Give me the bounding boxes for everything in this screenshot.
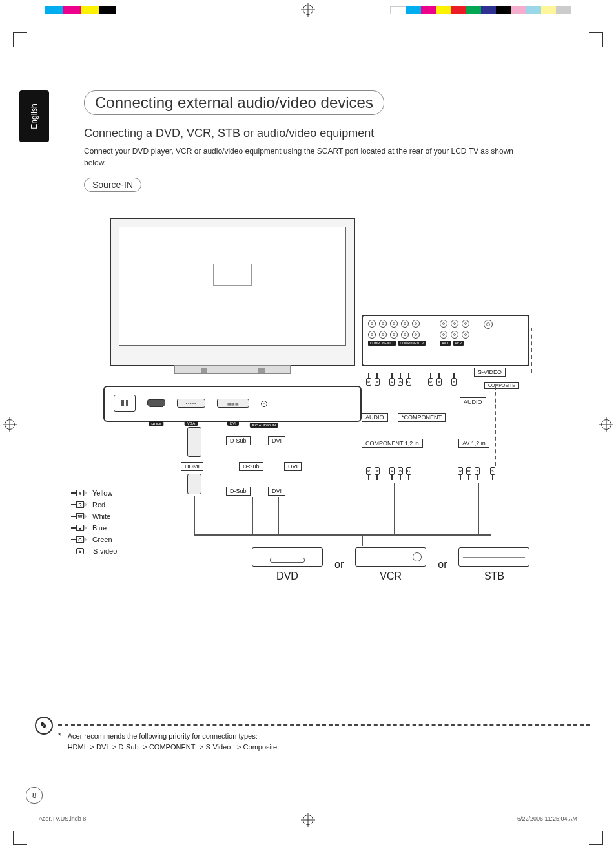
rca-component-bottom: R B G — [389, 467, 412, 480]
cable-line — [362, 534, 491, 536]
footnote-line2: HDMI -> DVI -> D-Sub -> COMPONENT -> S-V… — [68, 742, 280, 753]
legend-label: Yellow — [92, 489, 112, 497]
hdmi-connector-label: HDMI — [181, 462, 203, 471]
registration-mark-icon — [3, 417, 17, 432]
legend-label: White — [92, 512, 110, 520]
av-jack-grid: AV 1 AV 2 — [440, 320, 469, 361]
color-legend: Y Yellow R Red W White B Blue G Green S … — [71, 489, 117, 559]
language-tab: English — [19, 90, 49, 142]
legend-label: Red — [92, 501, 105, 508]
hdmi-plug-icon — [187, 474, 201, 494]
cable-line — [194, 496, 195, 534]
side-av-panel: COMPONENT 1 COMPONENT 2 AV 1 AV 2 — [362, 315, 529, 366]
cable-line-dashed — [531, 328, 532, 373]
source-devices-row: DVD or VCR or STB — [252, 547, 529, 582]
tv-rear-illustration — [110, 218, 355, 366]
cable-line — [394, 483, 395, 536]
rca-audio-bottom: R W — [365, 467, 380, 480]
svideo-label: S-VIDEO — [474, 368, 506, 377]
color-bar-right — [390, 6, 571, 14]
dsub-connector-label: D-Sub — [226, 436, 251, 445]
component12-label: COMPONENT 1,2 in — [362, 439, 423, 448]
slugline: Acer.TV.US.indb 8 6/22/2006 11:25:04 AM — [39, 815, 577, 822]
page-title: Connecting external audio/video devices — [84, 90, 384, 115]
dsub-connector-label: D-Sub — [226, 487, 251, 496]
cable-line — [278, 497, 279, 536]
rca-audio-top: R W — [365, 373, 380, 386]
component-jack-grid: COMPONENT 1 COMPONENT 2 — [368, 320, 426, 361]
page-content: English Connecting external audio/video … — [26, 39, 590, 830]
cable-line — [252, 497, 253, 536]
vcr-device: VCR — [355, 547, 426, 582]
intro-paragraph: Connect your DVD player, VCR or audio/vi… — [84, 145, 536, 169]
component-star-label: *COMPONENT — [398, 413, 446, 422]
slug-timestamp: 6/22/2006 11:25:04 AM — [517, 815, 577, 822]
hdmi-port-icon: HDMI — [147, 399, 165, 408]
stb-device: STB — [458, 547, 529, 582]
dvi-connector-label: DVI — [268, 487, 285, 496]
rca-av-audio-top: R W — [427, 373, 442, 386]
hdmi-plug-icon — [187, 427, 201, 457]
dvd-device: DVD — [252, 547, 323, 582]
legend-item: S S-video — [71, 547, 117, 555]
svideo-plug-bottom: S — [489, 467, 496, 480]
rca-composite-top: Y — [451, 373, 457, 386]
dvi-port-icon: DVI — [217, 399, 249, 409]
color-bar-left — [45, 6, 116, 14]
note-icon: ✎ — [35, 717, 53, 735]
dvi-connector-label: DVI — [268, 436, 285, 445]
vga-port-icon: VGA — [177, 399, 205, 409]
legend-item: G Green — [71, 536, 117, 543]
page-number: 8 — [26, 787, 43, 804]
svideo-jack-icon — [484, 320, 493, 329]
audio-label: AUDIO — [460, 397, 486, 406]
cable-line-dashed — [495, 386, 496, 466]
dvi-connector-label: DVI — [284, 462, 302, 471]
footnote-line1: Acer recommends the following priority f… — [68, 731, 280, 742]
language-label: English — [30, 103, 39, 129]
legend-item: Y Yellow — [71, 489, 117, 497]
legend-item: R Red — [71, 501, 117, 508]
footnote-marker: * — [58, 731, 61, 740]
or-separator: or — [334, 559, 344, 571]
or-separator: or — [438, 559, 447, 571]
legend-label: Blue — [92, 524, 107, 532]
rca-component-top: R B G — [389, 373, 412, 386]
legend-item: W White — [71, 512, 117, 520]
cable-line — [362, 534, 363, 546]
audio-label: AUDIO — [362, 413, 388, 422]
registration-mark-icon — [599, 417, 613, 432]
registration-mark-icon — [301, 3, 315, 17]
section-label: Source-IN — [84, 178, 141, 192]
rear-port-strip: HDMI VGA DVI PC AUDIO IN — [103, 386, 362, 422]
av12-label: AV 1,2 in — [458, 439, 489, 448]
slug-filename: Acer.TV.US.indb 8 — [39, 815, 86, 822]
page-subtitle: Connecting a DVD, VCR, STB or audio/vide… — [84, 127, 551, 140]
rca-av-bottom: R W Y — [457, 467, 480, 480]
cable-line — [478, 483, 479, 536]
footnote: ✎ * Acer recommends the following priori… — [58, 724, 590, 752]
legend-label: S-video — [93, 547, 117, 555]
composite-label: COMPOSITE — [484, 382, 519, 389]
legend-item: B Blue — [71, 524, 117, 532]
dsub-connector-label: D-Sub — [239, 462, 263, 471]
pc-audio-port-icon: PC AUDIO IN — [261, 401, 267, 407]
legend-label: Green — [92, 536, 112, 543]
power-socket-icon — [114, 395, 136, 413]
connection-diagram: HDMI VGA DVI PC AUDIO IN — [84, 218, 551, 631]
